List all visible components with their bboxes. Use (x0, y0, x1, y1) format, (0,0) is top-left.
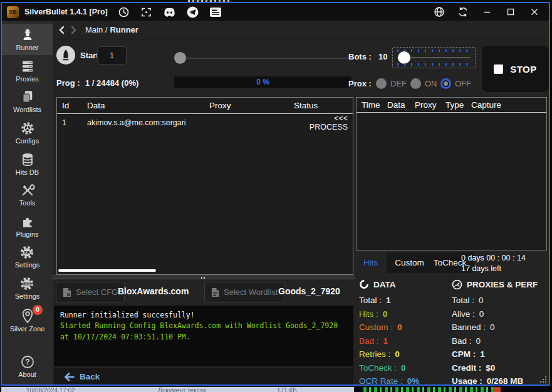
sidebar-item-label: Runner (16, 44, 38, 52)
worker-icon (20, 28, 35, 43)
globe-icon[interactable] (430, 4, 449, 19)
refresh-icon[interactable] (454, 4, 472, 19)
background-window-sliver (354, 387, 552, 392)
bots-slider-thumb[interactable] (398, 51, 410, 64)
table-row[interactable]: 1 akimov.s.a@me.com:sergari <<< PROCESS (57, 114, 353, 129)
gauge-icon (452, 279, 462, 290)
background-text: 10/08/2024 17:02 (26, 387, 75, 392)
background-window-sliver: 10/08/2024 17:02 Документ текста 171 КБ (1, 387, 354, 392)
svg-text:?: ? (25, 358, 29, 367)
resize-grip[interactable] (540, 376, 547, 383)
back-button[interactable]: Back (54, 368, 353, 385)
discord-icon[interactable] (163, 7, 176, 18)
elapsed-time: 0 days 00 : 00 : 14 (461, 253, 526, 264)
cell-data: akimov.s.a@me.com:sergari (87, 118, 209, 127)
nav-back-icon[interactable] (58, 26, 66, 34)
sidebar-item-about[interactable]: ? About (2, 351, 53, 382)
sidebar-item-tools[interactable]: Tools (2, 179, 53, 210)
prox-radio-def[interactable]: DEF (376, 78, 407, 89)
selected-wordlist-name: Goods_2_7920 (278, 286, 340, 296)
stop-square-icon (494, 64, 503, 74)
sidebar-item-label: Silver Zone (10, 325, 45, 333)
minimize-icon[interactable] (477, 4, 496, 19)
proxies-perf-stats: PROXIES & PERF Total :0 Alive :0 Banned … (452, 277, 538, 386)
col-data[interactable]: Data (87, 101, 209, 110)
sidebar-item-wordlists[interactable]: Wordlists (2, 86, 53, 117)
nav-forward-icon[interactable] (69, 26, 78, 34)
col-data[interactable]: Data (387, 100, 415, 110)
select-cfg-button[interactable]: Select CFG (56, 282, 125, 302)
sidebar-item-label: Plugins (16, 230, 38, 239)
bots-slider[interactable] (392, 47, 476, 68)
titlebar: SB SilverBullet 1.4.1 [Pro] (2, 3, 549, 21)
prox-radio-off[interactable]: OFF (440, 78, 471, 89)
scan-icon[interactable] (140, 6, 152, 18)
silver-zone-badge: 0 (33, 305, 43, 315)
col-proxy[interactable]: Proxy (415, 100, 445, 110)
sidebar-item-label: Wordlists (13, 106, 41, 114)
config-file-icon (63, 287, 71, 297)
col-id[interactable]: Id (62, 101, 87, 110)
col-status[interactable]: Status (294, 101, 348, 110)
radio-label: OFF (455, 79, 471, 88)
runner-table: Id Data Proxy Status 1 akimov.s.a@me.com… (56, 97, 353, 275)
sidebar-item-silver-zone[interactable]: 0 Silver Zone (2, 304, 53, 336)
sidebar-item-settings-sb[interactable]: SB Settings (2, 241, 53, 272)
tab-custom[interactable]: Custom (395, 258, 424, 267)
cell-id: 1 (62, 118, 87, 127)
puzzle-icon (20, 214, 35, 229)
start-slider-thumb[interactable] (174, 52, 186, 64)
breadcrumb: Main / Runner (53, 21, 549, 39)
col-time[interactable]: Time (362, 100, 387, 110)
select-wordlist-button[interactable]: Select Wordlist (204, 282, 284, 302)
history-icon[interactable] (118, 6, 130, 18)
radio-label: DEF (390, 79, 407, 88)
results-tabs: Hits Custom ToCheck (356, 252, 474, 273)
gear-sb-icon: SB (19, 245, 35, 260)
runner-table-header: Id Data Proxy Status (57, 98, 353, 114)
app-logo: SB (7, 6, 19, 18)
maximize-icon[interactable] (501, 4, 520, 19)
start-input[interactable] (97, 46, 127, 64)
col-type[interactable]: Type (445, 100, 471, 110)
bots-label: Bots : (348, 52, 372, 61)
sidebar-item-settings-core[interactable]: CORE Settings (2, 272, 53, 304)
gear-core-icon: CORE (19, 276, 36, 291)
news-icon[interactable] (209, 7, 222, 18)
tab-hits[interactable]: Hits (356, 258, 387, 267)
sidebar-item-plugins[interactable]: Plugins (2, 210, 53, 242)
sidebar-item-runner[interactable]: Runner (2, 24, 53, 55)
back-arrow-icon (64, 373, 75, 381)
sidebar: Runner Proxies Wordlists (2, 21, 53, 384)
prox-radio-on[interactable]: ON (410, 78, 437, 89)
col-capture[interactable]: Capture (471, 100, 541, 110)
license-days-left: 17 days left (461, 264, 526, 274)
start-slider-track (181, 58, 349, 59)
database-icon (20, 152, 35, 167)
close-icon[interactable] (525, 4, 544, 19)
cell-status: <<< PROCESS (294, 114, 348, 132)
stop-button[interactable]: STOP (481, 45, 549, 93)
stat-row: Retries :0 (359, 348, 419, 361)
sidebar-item-hits-db[interactable]: Hits DB (2, 148, 53, 180)
data-stats: DATA Total :1 Hits :0 Custom :0 Bad :1 R… (359, 277, 419, 386)
documents-icon (20, 90, 35, 105)
col-proxy[interactable]: Proxy (209, 101, 294, 110)
horizontal-scrollbar[interactable] (58, 269, 156, 272)
sidebar-item-label: Tools (19, 199, 36, 207)
sidebar-item-configs[interactable]: Configs (2, 117, 53, 148)
splitter-handle[interactable] (53, 276, 355, 279)
runner-log: Runner initialized succesfully! Started … (54, 306, 353, 366)
stop-button-label: STOP (510, 64, 537, 75)
prox-label: Prox : (348, 79, 372, 88)
stat-row: Bad :0 (452, 334, 538, 348)
sidebar-item-proxies[interactable]: Proxies (2, 55, 53, 86)
stat-row: Hits :0 (359, 307, 419, 321)
radio-dot (410, 78, 421, 89)
question-icon: ? (20, 354, 35, 369)
servers-icon (20, 59, 35, 74)
stat-row: CPM :1 (452, 348, 538, 361)
wordlist-file-icon (211, 287, 219, 297)
stat-row: OCR Rate :0% (359, 374, 419, 386)
telegram-icon[interactable] (187, 6, 199, 18)
